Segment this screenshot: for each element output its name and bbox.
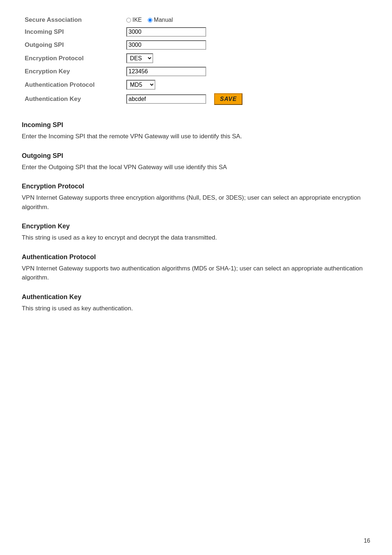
incoming-spi-input[interactable] <box>126 27 206 37</box>
doc-encryption-key: Encryption Key This string is used as a … <box>22 223 370 242</box>
doc-authentication-key-heading: Authentication Key <box>22 293 370 301</box>
authentication-key-input[interactable] <box>126 94 206 104</box>
encryption-protocol-select[interactable]: Null DES 3DES <box>126 53 153 63</box>
radio-manual-label: Manual <box>154 17 173 23</box>
secure-association-row: Secure Association IKE Manual <box>22 15 245 25</box>
radio-ike-label: IKE <box>132 17 142 23</box>
documentation-sections: Incoming SPI Enter the Incoming SPI that… <box>22 121 370 313</box>
doc-authentication-protocol-text: VPN Internet Gateway supports two authen… <box>22 264 370 282</box>
doc-incoming-spi-text: Enter the Incoming SPI that the remote V… <box>22 132 370 141</box>
authentication-protocol-select[interactable]: MD5 SHA-1 <box>126 80 155 90</box>
page-number: 16 <box>364 538 370 544</box>
doc-incoming-spi-heading: Incoming SPI <box>22 121 370 129</box>
doc-authentication-protocol: Authentication Protocol VPN Internet Gat… <box>22 253 370 282</box>
radio-group-sa: IKE Manual <box>126 17 242 23</box>
encryption-protocol-row: Encryption Protocol Null DES 3DES <box>22 52 245 65</box>
outgoing-spi-input[interactable] <box>126 40 206 50</box>
encryption-key-row: Encryption Key <box>22 65 245 78</box>
incoming-spi-label: Incoming SPI <box>22 25 123 38</box>
save-button[interactable]: Save <box>214 93 242 105</box>
encryption-key-control <box>123 65 245 78</box>
doc-encryption-protocol: Encryption Protocol VPN Internet Gateway… <box>22 183 370 212</box>
form-table: Secure Association IKE Manual <box>22 15 245 107</box>
secure-association-label: Secure Association <box>22 15 123 25</box>
radio-manual[interactable] <box>148 18 152 23</box>
doc-authentication-key: Authentication Key This string is used a… <box>22 293 370 313</box>
doc-authentication-protocol-heading: Authentication Protocol <box>22 253 370 261</box>
outgoing-spi-row: Outgoing SPI <box>22 38 245 52</box>
doc-outgoing-spi-text: Enter the Outgoing SPI that the local VP… <box>22 163 370 172</box>
authentication-key-label: Authentication Key <box>22 91 123 107</box>
doc-encryption-key-text: This string is used as a key to encrypt … <box>22 233 370 242</box>
incoming-spi-control <box>123 25 245 38</box>
incoming-spi-row: Incoming SPI <box>22 25 245 38</box>
doc-outgoing-spi: Outgoing SPI Enter the Outgoing SPI that… <box>22 152 370 172</box>
outgoing-spi-label: Outgoing SPI <box>22 38 123 52</box>
encryption-key-input[interactable] <box>126 67 206 76</box>
secure-association-controls: IKE Manual <box>123 15 245 25</box>
outgoing-spi-control <box>123 38 245 52</box>
encryption-protocol-control: Null DES 3DES <box>123 52 245 65</box>
doc-outgoing-spi-heading: Outgoing SPI <box>22 152 370 160</box>
authentication-key-control: Save <box>123 91 245 107</box>
radio-manual-option[interactable]: Manual <box>148 17 173 23</box>
encryption-protocol-label: Encryption Protocol <box>22 52 123 65</box>
authentication-key-row: Authentication Key Save <box>22 91 245 107</box>
doc-authentication-key-text: This string is used as key authenticatio… <box>22 304 370 313</box>
authentication-protocol-row: Authentication Protocol MD5 SHA-1 <box>22 78 245 91</box>
doc-incoming-spi: Incoming SPI Enter the Incoming SPI that… <box>22 121 370 141</box>
doc-encryption-key-heading: Encryption Key <box>22 223 370 230</box>
doc-encryption-protocol-text: VPN Internet Gateway supports three encr… <box>22 193 370 212</box>
radio-ike[interactable] <box>126 18 131 23</box>
authentication-protocol-control: MD5 SHA-1 <box>123 78 245 91</box>
encryption-key-label: Encryption Key <box>22 65 123 78</box>
radio-ike-option[interactable]: IKE <box>126 17 142 23</box>
doc-encryption-protocol-heading: Encryption Protocol <box>22 183 370 190</box>
authentication-protocol-label: Authentication Protocol <box>22 78 123 91</box>
form-section: Secure Association IKE Manual <box>22 15 370 107</box>
